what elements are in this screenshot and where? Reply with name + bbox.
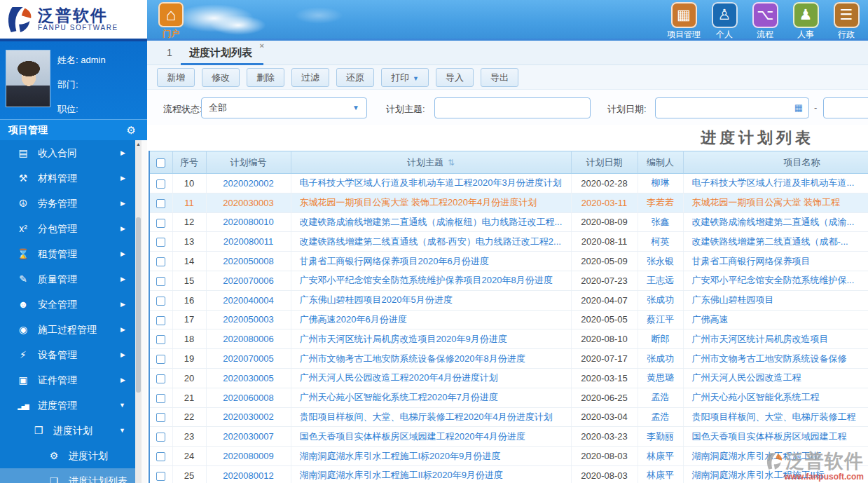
compiler-link[interactable]: 张成功: [647, 294, 674, 305]
column-header-序号[interactable]: 序号: [172, 151, 206, 174]
row-checkbox[interactable]: [156, 452, 165, 461]
sidebar-item[interactable]: ☮劳务管理▶: [0, 191, 135, 216]
plan-number-link[interactable]: 2020080006: [223, 334, 273, 344]
compiler-link[interactable]: 柯英: [652, 236, 670, 247]
plan-number-link[interactable]: 2020080010: [223, 217, 273, 227]
compiler-link[interactable]: 张鑫: [652, 217, 670, 227]
column-header-项目名称[interactable]: 项目名称: [683, 151, 868, 174]
row-checkbox[interactable]: [156, 199, 165, 208]
row-checkbox[interactable]: [156, 257, 165, 266]
row-checkbox[interactable]: [156, 394, 165, 403]
project-name-link[interactable]: 国色天香项目实体样板房区域园建工程: [692, 431, 847, 442]
project-name-link[interactable]: 贵阳项目样板间、大堂、电梯厅装修工程: [692, 411, 856, 422]
project-name-link[interactable]: 广州市文物考古工地安防系统设备保修: [692, 353, 847, 364]
plan-subject-link[interactable]: 广州天心苑小区智能化系统工程2020年7月份进度: [300, 392, 498, 402]
project-name-link[interactable]: 改建铁路线增建第二线直通线（成都-...: [692, 236, 848, 247]
project-name-link[interactable]: 广佛高速: [692, 314, 729, 325]
project-name-link[interactable]: 电子科技大学区域人行道及非机动车道...: [692, 177, 855, 188]
row-checkbox[interactable]: [156, 179, 165, 189]
sidebar-item[interactable]: ◉施工过程管理▶: [0, 317, 135, 342]
compiler-link[interactable]: 张成功: [647, 353, 674, 364]
gear-icon[interactable]: ⚙: [127, 124, 136, 137]
plan-number-link[interactable]: 2020080011: [223, 236, 273, 247]
scrollbar-thumb[interactable]: [136, 217, 141, 393]
sidebar-item[interactable]: ⚡设备管理▶: [0, 342, 135, 367]
status-select[interactable]: 全部 ▼: [201, 97, 367, 118]
compiler-link[interactable]: 林康平: [647, 451, 674, 461]
plan-subject-link[interactable]: 东城花园一期项目公寓大堂 装饰工程2020年4月份进度计划: [300, 197, 537, 208]
plan-number-link[interactable]: 2020060008: [223, 393, 273, 403]
nav-module[interactable]: ♟人事: [785, 2, 826, 41]
project-name-link[interactable]: 广州市天河区统计局机房改造项目: [692, 334, 829, 344]
date-to-input[interactable]: [823, 97, 868, 118]
compiler-link[interactable]: 林康平: [647, 470, 674, 480]
plan-number-link[interactable]: 2020080009: [223, 451, 273, 461]
project-name-link[interactable]: 东城花园一期项目公寓大堂 装饰工程: [692, 197, 841, 208]
compiler-link[interactable]: 王志远: [647, 275, 674, 285]
scroll-up-icon[interactable]: ▲: [135, 142, 142, 147]
project-name-link[interactable]: 广州天心苑小区智能化系统工程: [692, 392, 820, 402]
row-checkbox[interactable]: [156, 277, 165, 286]
compiler-link[interactable]: 蔡江平: [647, 314, 674, 325]
plan-subject-link[interactable]: 湖南洞庭湖水库引水工程施工II标2020年9月份进度: [300, 470, 503, 480]
compiler-link[interactable]: 李勤丽: [647, 431, 674, 442]
subject-input[interactable]: [434, 97, 591, 118]
sidebar-item[interactable]: ❒进度计划▼: [0, 418, 135, 443]
row-checkbox[interactable]: [156, 472, 165, 481]
compiler-link[interactable]: 李若若: [647, 197, 674, 208]
sidebar-item[interactable]: ⚒材料管理▶: [0, 165, 135, 191]
toolbar-button-导入[interactable]: 导入: [436, 68, 474, 87]
compiler-link[interactable]: 张永银: [647, 256, 674, 266]
toolbar-button-新增[interactable]: 新增: [157, 68, 195, 87]
plan-subject-link[interactable]: 湖南洞庭湖水库引水工程施工I标2020年9月份进度: [300, 451, 501, 461]
row-checkbox[interactable]: [156, 335, 165, 344]
sidebar-scrollbar[interactable]: ▲: [135, 140, 142, 483]
toolbar-button-打印[interactable]: 打印▼: [381, 68, 429, 87]
plan-number-link[interactable]: 2020050008: [223, 256, 273, 266]
row-checkbox[interactable]: [156, 374, 165, 383]
sidebar-item[interactable]: ▣证件管理▶: [0, 367, 135, 393]
plan-subject-link[interactable]: 广东佛山碧桂园项目2020年5月份进度: [300, 294, 453, 305]
sidebar-item[interactable]: ▂▅▇进度管理▼: [0, 393, 135, 418]
select-all-checkbox[interactable]: [156, 158, 165, 168]
sidebar-item[interactable]: ⚙进度计划: [0, 443, 135, 468]
plan-subject-link[interactable]: 甘肃省工商银行网络保养项目2020年6月份进度: [300, 256, 489, 266]
sidebar-item[interactable]: ❏进度计划列表: [0, 468, 135, 483]
project-name-link[interactable]: 广安邓小平纪念馆安全防范系统维护保...: [692, 275, 855, 285]
sidebar-item[interactable]: ⌛租赁管理▶: [0, 241, 135, 266]
compiler-link[interactable]: 黄思璐: [647, 372, 674, 383]
project-name-link[interactable]: 改建铁路成渝线增建第二直通线（成渝...: [692, 217, 855, 227]
sidebar-item[interactable]: ☻安全管理▶: [0, 292, 135, 317]
plan-subject-link[interactable]: 改建铁路成渝线增建第二直通线（成渝枢纽）电力线路迁改工程...: [300, 217, 563, 227]
project-name-link[interactable]: 广东佛山碧桂园项目: [692, 294, 774, 305]
nav-module[interactable]: ☰行政: [826, 2, 867, 41]
nav-module[interactable]: ⌥流程: [745, 2, 785, 41]
plan-subject-link[interactable]: 广安邓小平纪念馆安全防范系统维护保养项目2020年8月份进度: [300, 275, 553, 285]
plan-subject-link[interactable]: 广州市天河区统计局机房改造项目2020年9月份进度: [300, 334, 507, 344]
nav-module[interactable]: ♙个人: [704, 2, 745, 41]
tab-progress-plan-list[interactable]: 进度计划列表 ×: [181, 41, 263, 65]
plan-number-link[interactable]: 2020070005: [223, 353, 273, 364]
nav-module[interactable]: ▦项目管理: [663, 2, 704, 41]
plan-subject-link[interactable]: 国色天香项目实体样板房区域园建工程2020年4月份进度: [300, 431, 525, 442]
plan-number-link[interactable]: 2020020002: [223, 178, 273, 189]
sidebar-item[interactable]: ▤收入合同▶: [0, 140, 135, 165]
sidebar-item[interactable]: x²分包管理▶: [0, 216, 135, 241]
plan-subject-link[interactable]: 广佛高速2020年6月份进度: [300, 314, 407, 325]
toolbar-button-修改[interactable]: 修改: [202, 68, 240, 87]
plan-subject-link[interactable]: 广州市文物考古工地安防系统设备保修2020年8月份进度: [300, 353, 525, 364]
plan-number-link[interactable]: 2020050003: [223, 314, 273, 325]
plan-number-link[interactable]: 2020080012: [223, 470, 273, 481]
calendar-icon[interactable]: ▦: [794, 98, 803, 118]
toolbar-button-删除[interactable]: 删除: [247, 68, 284, 87]
row-checkbox[interactable]: [156, 433, 165, 442]
sort-icon[interactable]: ⇅: [448, 158, 455, 168]
plan-number-link[interactable]: 2020070006: [223, 275, 273, 286]
column-header-select[interactable]: [150, 151, 172, 174]
compiler-link[interactable]: 断郎: [652, 334, 670, 344]
portal-home-button[interactable]: ⌂ 门户: [156, 2, 186, 40]
row-checkbox[interactable]: [156, 413, 165, 422]
plan-number-link[interactable]: 2020040004: [223, 295, 273, 306]
compiler-link[interactable]: 孟浩: [652, 411, 670, 422]
column-header-计划编号[interactable]: 计划编号: [206, 151, 291, 174]
